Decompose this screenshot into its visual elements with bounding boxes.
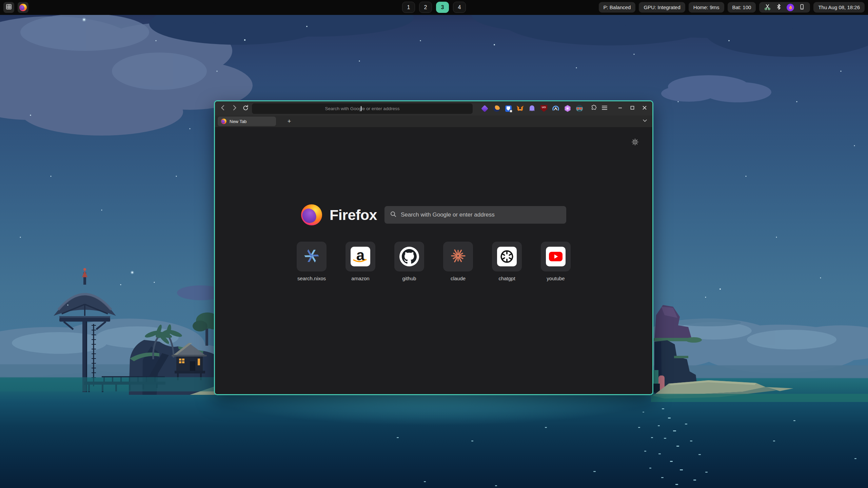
app-grid-icon: [5, 3, 12, 12]
close-icon: [642, 105, 647, 112]
youtube-play-icon: [546, 247, 566, 266]
gear-icon: [631, 141, 639, 147]
obsidian-extension-icon[interactable]: [481, 105, 488, 112]
navigation-toolbar: Search with Google or enter address UO: [215, 101, 652, 116]
ublock-origin-extension-icon[interactable]: UO: [540, 105, 548, 112]
text-caret: [361, 106, 361, 111]
chevron-down-icon: [642, 118, 648, 125]
tab-bar: New Tab +: [215, 116, 652, 127]
workspace-2[interactable]: 2: [419, 2, 432, 13]
clock-pill[interactable]: Thu Aug 08, 18:26: [813, 2, 865, 13]
shortcut-search-nixos[interactable]: search.nixos: [290, 242, 334, 281]
firefox-icon: [19, 4, 27, 11]
scissors-icon[interactable]: [764, 3, 771, 12]
firefox-logo: [301, 204, 322, 225]
workspace-1[interactable]: 1: [402, 2, 415, 13]
personalize-button[interactable]: [631, 138, 639, 147]
status-bar: 1 2 3 4 P: Balanced GPU: Integrated Home…: [0, 0, 868, 15]
url-placeholder: Search with Google or enter address: [325, 106, 400, 111]
reload-button[interactable]: [240, 103, 251, 114]
ghostery-ghost-extension-icon[interactable]: [528, 105, 536, 112]
workspace-4[interactable]: 4: [453, 2, 466, 13]
nordvpn-extension-icon[interactable]: [552, 105, 559, 112]
newtab-search-placeholder: Search with Google or enter address: [401, 211, 495, 218]
new-tab-button[interactable]: +: [285, 117, 294, 126]
nixos-snowflake-icon: [303, 248, 320, 265]
gpu-pill[interactable]: GPU: Integrated: [639, 2, 685, 13]
shortcut-amazon[interactable]: a amazon: [338, 242, 382, 281]
search-icon: [390, 211, 397, 219]
shortcut-chatgpt[interactable]: chatgpt: [485, 242, 529, 281]
firefox-launcher-button[interactable]: [18, 2, 28, 13]
claude-starburst-icon: [451, 248, 466, 265]
firefox-wordmark: Firefox: [330, 207, 377, 223]
forward-icon: [231, 104, 238, 113]
openai-knot-icon: [497, 247, 517, 266]
crescent-orb-extension-icon[interactable]: [493, 105, 500, 112]
github-octocat-icon: [399, 247, 419, 266]
metamask-fox-extension-icon[interactable]: [516, 105, 524, 112]
reload-icon: [242, 104, 249, 113]
list-all-tabs-button[interactable]: [641, 117, 649, 125]
maximize-icon: [630, 105, 635, 112]
tab-title: New Tab: [230, 119, 246, 124]
shortcut-github[interactable]: github: [387, 242, 431, 281]
shortcut-tiles: search.nixos a amazon: [215, 242, 652, 281]
phone-icon[interactable]: [798, 3, 805, 12]
shortcut-claude[interactable]: claude: [436, 242, 480, 281]
extensions-button[interactable]: [588, 103, 599, 114]
back-icon: [219, 104, 227, 113]
snowflake-extension-icon[interactable]: [564, 105, 571, 112]
workspace-3-active[interactable]: 3: [436, 2, 449, 13]
hamburger-menu-icon: [601, 105, 608, 112]
minimize-button[interactable]: [616, 104, 625, 113]
firefox-window: Search with Google or enter address UO: [214, 100, 653, 395]
power-profile-pill[interactable]: P: Balanced: [599, 2, 636, 13]
back-button[interactable]: [218, 103, 229, 114]
tab-new-tab[interactable]: New Tab: [218, 117, 276, 126]
close-button[interactable]: [640, 104, 649, 113]
extension-toolbar: UO: [481, 105, 583, 112]
firefox-favicon: [221, 119, 226, 124]
amazon-icon: a: [351, 247, 370, 266]
bitwarden-extension-icon[interactable]: [505, 105, 512, 112]
newtab-search-input[interactable]: Search with Google or enter address: [384, 206, 566, 224]
url-bar[interactable]: Search with Google or enter address: [252, 103, 473, 114]
forward-button[interactable]: [229, 103, 240, 114]
minimize-icon: [617, 105, 623, 112]
puzzle-piece-icon: [590, 104, 597, 113]
shortcut-youtube[interactable]: youtube: [534, 242, 578, 281]
window-controls: [616, 104, 649, 113]
system-tray: [759, 2, 810, 13]
bluetooth-icon[interactable]: [775, 3, 782, 11]
app-menu-button[interactable]: [599, 103, 610, 114]
app-launcher-button[interactable]: [3, 2, 14, 13]
ping-pill[interactable]: Home: 9ms: [689, 2, 724, 13]
new-tab-page: Firefox Search with Google or enter addr…: [215, 127, 652, 394]
maximize-button[interactable]: [628, 104, 637, 113]
battery-pill[interactable]: Bat: 100: [728, 2, 756, 13]
spy-agent-extension-icon[interactable]: [576, 105, 583, 112]
workspace-switcher: 1 2 3 4: [402, 2, 466, 13]
flameshot-icon[interactable]: [787, 4, 794, 11]
